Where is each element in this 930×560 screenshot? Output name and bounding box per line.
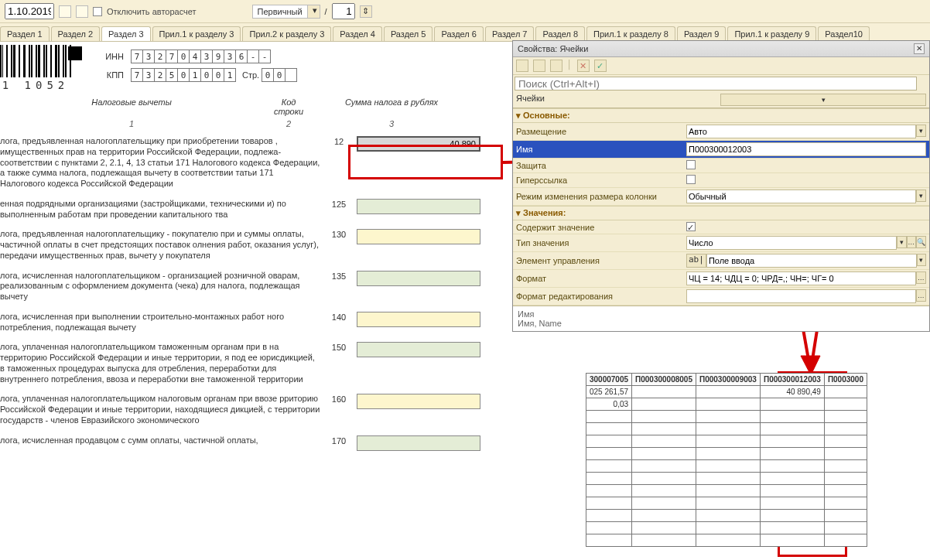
doctype-dropdown[interactable]: Первичный ▾: [252, 5, 320, 19]
table-cell[interactable]: [696, 497, 761, 510]
table-cell[interactable]: [760, 497, 824, 510]
disable-autocalc-checkbox[interactable]: [93, 7, 102, 16]
table-cell[interactable]: [824, 423, 867, 435]
table-header[interactable]: П0003000: [824, 374, 867, 386]
properties-category[interactable]: Ячейки ▾: [513, 92, 929, 108]
prop-row[interactable]: Размещение▾: [513, 123, 929, 141]
table-cell[interactable]: [586, 460, 632, 473]
tab-0[interactable]: Раздел 1: [0, 26, 50, 41]
table-cell[interactable]: [632, 534, 696, 547]
prop-row[interactable]: Формат…: [513, 270, 929, 288]
table-cell[interactable]: [696, 460, 761, 473]
table-cell[interactable]: [696, 473, 761, 485]
table-cell[interactable]: [696, 522, 761, 534]
search-input[interactable]: [515, 77, 917, 90]
dots-icon[interactable]: …: [916, 289, 926, 302]
tab-10[interactable]: Прил.1 к разделу 8: [586, 26, 675, 41]
table-cell[interactable]: [824, 510, 867, 522]
table-cell[interactable]: [632, 435, 696, 448]
chevron-down-icon[interactable]: ▾: [720, 94, 926, 106]
row-value-input[interactable]: [357, 136, 480, 152]
table-cell[interactable]: [586, 448, 632, 460]
prop-input[interactable]: [686, 190, 916, 203]
table-cell[interactable]: 0,03: [586, 398, 632, 411]
delete-icon[interactable]: ✕: [577, 60, 590, 72]
prop-row[interactable]: Элемент управленияab|▾: [513, 252, 929, 270]
table-cell[interactable]: [824, 473, 867, 485]
row-value-input[interactable]: [357, 199, 480, 214]
table-cell[interactable]: [632, 386, 696, 398]
table-cell[interactable]: [632, 473, 696, 485]
table-cell[interactable]: [586, 485, 632, 497]
table-cell[interactable]: [824, 411, 867, 423]
prop-row[interactable]: Имя: [513, 141, 929, 159]
table-cell[interactable]: [824, 460, 867, 473]
magnify-icon[interactable]: 🔍: [916, 236, 926, 248]
table-cell[interactable]: [632, 522, 696, 534]
tab-11[interactable]: Раздел 9: [677, 26, 727, 41]
table-cell[interactable]: [696, 411, 761, 423]
chevron-down-icon[interactable]: ▾: [897, 236, 907, 248]
row-value-input[interactable]: [357, 394, 480, 409]
row-value-input[interactable]: [357, 271, 480, 286]
table-cell[interactable]: [760, 460, 824, 473]
prop-input[interactable]: [686, 125, 916, 138]
dots-icon[interactable]: …: [916, 271, 926, 284]
date-input[interactable]: [5, 3, 54, 19]
close-icon[interactable]: ✕: [914, 43, 925, 54]
table-cell[interactable]: [696, 435, 761, 448]
chevron-down-icon[interactable]: ▾: [916, 190, 926, 202]
tab-4[interactable]: Прил.2 к разделу 3: [242, 26, 331, 41]
table-cell[interactable]: [760, 473, 824, 485]
prop-row[interactable]: Гиперссылка: [513, 173, 929, 188]
table-cell[interactable]: [586, 411, 632, 423]
table-cell[interactable]: [586, 510, 632, 522]
table-header[interactable]: П000300008005: [632, 374, 696, 386]
table-cell[interactable]: [586, 423, 632, 435]
table-cell[interactable]: [824, 534, 867, 547]
section-values[interactable]: ▾ Значения:: [513, 206, 929, 220]
table-cell[interactable]: [586, 534, 632, 547]
table-cell[interactable]: [760, 448, 824, 460]
apply-icon[interactable]: ✓: [594, 60, 607, 72]
tab-7[interactable]: Раздел 6: [434, 26, 484, 41]
table-cell[interactable]: [760, 485, 824, 497]
table-cell[interactable]: [824, 485, 867, 497]
table-header[interactable]: П000300012003: [760, 374, 824, 386]
prop-input[interactable]: [686, 289, 916, 303]
chevron-down-icon[interactable]: ▾: [307, 5, 320, 18]
table-cell[interactable]: [632, 497, 696, 510]
table-cell[interactable]: [760, 510, 824, 522]
table-cell[interactable]: [760, 411, 824, 423]
sort-icon[interactable]: [516, 60, 528, 72]
table-cell[interactable]: [632, 460, 696, 473]
prop-row[interactable]: Защита: [513, 159, 929, 173]
table-cell[interactable]: [824, 435, 867, 448]
tab-12[interactable]: Прил.1 к разделу 9: [727, 26, 816, 41]
tab-2[interactable]: Раздел 3: [101, 26, 151, 41]
table-cell[interactable]: [696, 448, 761, 460]
table-cell[interactable]: [824, 448, 867, 460]
section-main[interactable]: ▾ Основные:: [513, 108, 929, 123]
categorize-icon[interactable]: [550, 60, 562, 72]
table-cell[interactable]: [824, 522, 867, 534]
tab-6[interactable]: Раздел 5: [384, 26, 433, 41]
table-cell[interactable]: [632, 398, 696, 411]
table-cell[interactable]: [760, 534, 824, 547]
tab-9[interactable]: Раздел 8: [535, 26, 585, 41]
table-cell[interactable]: [632, 510, 696, 522]
prop-input[interactable]: [706, 254, 917, 268]
table-cell[interactable]: [696, 534, 761, 547]
table-cell[interactable]: [586, 497, 632, 510]
table-header[interactable]: П000300009003: [696, 374, 761, 386]
table-cell[interactable]: [696, 386, 761, 398]
table-cell[interactable]: [824, 386, 867, 398]
table-cell[interactable]: [632, 411, 696, 423]
table-cell[interactable]: [696, 510, 761, 522]
table-cell[interactable]: 40 890,49: [760, 386, 824, 398]
table-header[interactable]: 300007005: [586, 374, 632, 386]
table-cell[interactable]: [632, 485, 696, 497]
checkbox[interactable]: ✓: [686, 222, 696, 231]
checkbox[interactable]: [686, 160, 696, 169]
row-value-input[interactable]: [357, 312, 480, 327]
